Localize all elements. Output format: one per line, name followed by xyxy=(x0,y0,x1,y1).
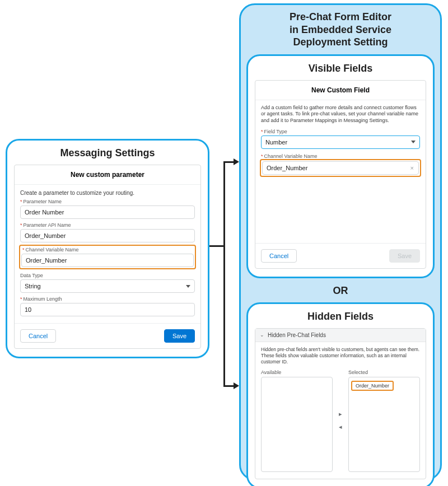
field-type-label: *Field Type xyxy=(261,129,420,134)
caret-down-icon xyxy=(411,141,416,143)
field-type-select[interactable]: Number xyxy=(261,135,420,149)
maximum-length-input[interactable]: 10 xyxy=(20,303,195,316)
channel-variable-highlight-left: *Channel Variable Name Order_Number xyxy=(19,245,196,269)
parameter-api-name-label: *Parameter API Name xyxy=(20,222,195,228)
cancel-button[interactable]: Cancel xyxy=(20,329,56,343)
channel-variable-name-label-left: *Channel Variable Name xyxy=(21,247,194,253)
messaging-settings-title: Messaging Settings xyxy=(14,147,201,159)
parameter-name-input[interactable]: Order Number xyxy=(20,205,195,219)
available-listbox[interactable] xyxy=(261,377,333,472)
hidden-fields-card: Hidden Fields ⌄ Hidden Pre-Chat Fields H… xyxy=(246,302,435,486)
selected-item-order-number[interactable]: Order_Number xyxy=(351,381,394,391)
data-type-label: Data Type xyxy=(20,273,195,278)
prechat-editor-container: Pre-Chat Form Editorin Embedded ServiceD… xyxy=(239,3,442,480)
connector-line xyxy=(209,245,225,247)
channel-variable-name-label: *Channel Variable Name xyxy=(261,153,420,159)
visible-fields-card: Visible Fields New Custom Field Add a cu… xyxy=(246,54,435,278)
clear-input-icon[interactable]: × xyxy=(410,165,414,171)
dual-listbox: Available ▸ ◂ Selected Order_Number xyxy=(261,370,420,472)
or-label: OR xyxy=(246,285,435,297)
parameter-name-label: *Parameter Name xyxy=(20,199,195,204)
hidden-prechat-header[interactable]: ⌄ Hidden Pre-Chat Fields xyxy=(255,329,426,342)
new-custom-field-description: Add a custom field to gather more detail… xyxy=(261,105,420,124)
move-left-icon[interactable]: ◂ xyxy=(339,423,342,431)
new-custom-field-header: New Custom Field xyxy=(255,81,426,100)
messaging-settings-card: Messaging Settings New custom parameter … xyxy=(6,139,209,358)
visible-fields-title: Visible Fields xyxy=(255,63,426,74)
hidden-prechat-panel: ⌄ Hidden Pre-Chat Fields Hidden pre-chat… xyxy=(255,328,426,479)
arrowhead-right-icon xyxy=(234,158,239,165)
data-type-value: String xyxy=(25,283,41,289)
chevron-down-icon: ⌄ xyxy=(260,332,264,338)
new-custom-parameter-panel: New custom parameter Create a parameter … xyxy=(14,165,201,349)
hidden-fields-description: Hidden pre-chat fields aren't visible to… xyxy=(261,347,420,365)
selected-label: Selected xyxy=(348,370,420,375)
new-custom-parameter-header: New custom parameter xyxy=(15,165,200,185)
new-custom-parameter-description: Create a parameter to customize your rou… xyxy=(20,189,195,197)
connector-line xyxy=(223,161,235,163)
cancel-button[interactable]: Cancel xyxy=(261,249,297,263)
caret-down-icon xyxy=(186,285,190,288)
move-right-icon[interactable]: ▸ xyxy=(339,410,342,418)
save-button[interactable]: Save xyxy=(164,329,195,343)
selected-listbox[interactable]: Order_Number xyxy=(348,377,420,472)
maximum-length-label: *Maximum Length xyxy=(20,296,195,302)
prechat-editor-heading: Pre-Chat Form Editorin Embedded ServiceD… xyxy=(246,11,435,49)
hidden-fields-title: Hidden Fields xyxy=(255,311,426,323)
channel-variable-name-input-left[interactable]: Order_Number xyxy=(21,254,194,267)
hidden-prechat-header-text: Hidden Pre-Chat Fields xyxy=(268,332,326,338)
arrowhead-right-icon xyxy=(234,382,239,389)
channel-variable-highlight: Order_Number × xyxy=(260,159,421,177)
new-custom-field-panel: New Custom Field Add a custom field to g… xyxy=(255,80,426,269)
channel-variable-name-value: Order_Number xyxy=(267,165,307,171)
save-button-disabled: Save xyxy=(389,249,420,263)
field-type-value: Number xyxy=(265,139,287,146)
data-type-select[interactable]: String xyxy=(20,279,195,293)
channel-variable-name-input[interactable]: Order_Number × xyxy=(262,161,419,175)
available-label: Available xyxy=(261,370,333,375)
connector-line xyxy=(223,385,235,387)
connector-line xyxy=(223,161,225,386)
parameter-api-name-input[interactable]: Order_Number xyxy=(20,229,195,242)
